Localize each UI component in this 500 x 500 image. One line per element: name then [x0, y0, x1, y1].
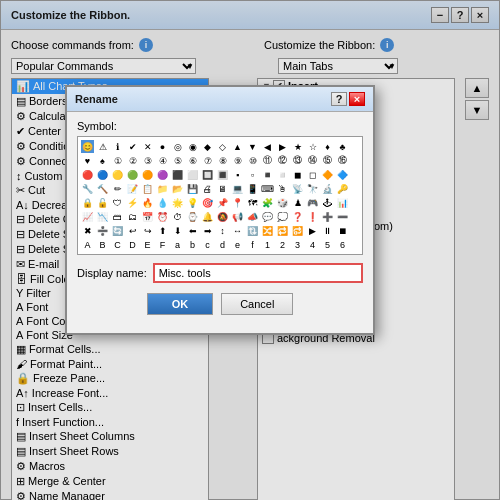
- icon-cell[interactable]: 📅: [141, 210, 154, 223]
- icon-cell[interactable]: 📢: [231, 210, 244, 223]
- rename-cancel-button[interactable]: Cancel: [221, 293, 293, 315]
- icon-cell[interactable]: ◽: [276, 168, 289, 181]
- icon-cell[interactable]: ↕: [216, 224, 229, 237]
- icon-cell[interactable]: 3: [291, 238, 304, 251]
- icon-cell[interactable]: ⑧: [216, 154, 229, 167]
- icon-cell[interactable]: 🔁: [276, 224, 289, 237]
- icon-cell[interactable]: ☆: [306, 140, 319, 153]
- icon-cell[interactable]: 📂: [171, 182, 184, 195]
- icon-cell[interactable]: ⑭: [306, 154, 319, 167]
- icon-cell[interactable]: 🔓: [96, 196, 109, 209]
- icon-cell[interactable]: 💭: [276, 210, 289, 223]
- icon-cell[interactable]: ◀: [261, 140, 274, 153]
- icon-cell[interactable]: ♦: [321, 140, 334, 153]
- icon-cell[interactable]: 🔳: [216, 168, 229, 181]
- icon-cell[interactable]: ↔: [231, 224, 244, 237]
- icon-cell[interactable]: ✕: [141, 140, 154, 153]
- icon-cell[interactable]: D: [126, 238, 139, 251]
- icon-cell[interactable]: ⏰: [156, 210, 169, 223]
- icon-cell[interactable]: 🔔: [201, 210, 214, 223]
- icon-cell[interactable]: 🔄: [111, 224, 124, 237]
- icon-cell[interactable]: 🧩: [261, 196, 274, 209]
- icon-cell[interactable]: ♣: [336, 140, 349, 153]
- icon-cell[interactable]: 🎮: [306, 196, 319, 209]
- icon-cell[interactable]: 🔲: [201, 168, 214, 181]
- icon-cell[interactable]: 🖨: [201, 182, 214, 195]
- icon-cell[interactable]: ◎: [171, 140, 184, 153]
- icon-cell[interactable]: 📉: [96, 210, 109, 223]
- icon-cell[interactable]: 🔕: [216, 210, 229, 223]
- icon-cell[interactable]: ⑯: [336, 154, 349, 167]
- icon-cell[interactable]: ⬜: [186, 168, 199, 181]
- icon-cell[interactable]: ➗: [96, 224, 109, 237]
- icon-cell[interactable]: ⑩: [246, 154, 259, 167]
- icon-cell[interactable]: 🗺: [246, 196, 259, 209]
- icon-cell[interactable]: E: [141, 238, 154, 251]
- icon-cell[interactable]: 🔥: [141, 196, 154, 209]
- rename-ok-button[interactable]: OK: [147, 293, 214, 315]
- icon-cell[interactable]: 🟢: [126, 168, 139, 181]
- icon-cell[interactable]: ★: [291, 140, 304, 153]
- icon-cell[interactable]: 🌟: [171, 196, 184, 209]
- icon-cell[interactable]: ✏: [111, 182, 124, 195]
- icon-cell[interactable]: A: [81, 238, 94, 251]
- icon-cell[interactable]: 🔃: [246, 224, 259, 237]
- icon-cell[interactable]: 5: [321, 238, 334, 251]
- icon-cell[interactable]: 📱: [246, 182, 259, 195]
- icon-cell[interactable]: 😊: [81, 140, 94, 153]
- icon-cell[interactable]: ▶: [306, 224, 319, 237]
- icon-cell[interactable]: ⌚: [186, 210, 199, 223]
- icon-cell[interactable]: ⬆: [156, 224, 169, 237]
- icon-cell[interactable]: ➡: [201, 224, 214, 237]
- icon-cell[interactable]: C: [111, 238, 124, 251]
- icon-cell[interactable]: F: [156, 238, 169, 251]
- icon-cell[interactable]: 🔂: [291, 224, 304, 237]
- icon-cell[interactable]: ◻: [306, 168, 319, 181]
- icon-cell[interactable]: 📌: [216, 196, 229, 209]
- icon-cell[interactable]: 📋: [141, 182, 154, 195]
- icon-cell[interactable]: 📈: [81, 210, 94, 223]
- display-name-input[interactable]: [153, 263, 363, 283]
- icon-cell[interactable]: ♠: [96, 154, 109, 167]
- icon-cell[interactable]: 1: [261, 238, 274, 251]
- icon-cell[interactable]: 💬: [261, 210, 274, 223]
- icon-cell[interactable]: 💻: [231, 182, 244, 195]
- icon-cell[interactable]: ▪: [231, 168, 244, 181]
- icon-cell[interactable]: ②: [126, 154, 139, 167]
- icon-cell[interactable]: 📍: [231, 196, 244, 209]
- icon-cell[interactable]: ⑮: [321, 154, 334, 167]
- icon-cell[interactable]: ▼: [246, 140, 259, 153]
- icon-cell[interactable]: ℹ: [111, 140, 124, 153]
- icon-cell[interactable]: ⑪: [261, 154, 274, 167]
- icon-cell[interactable]: ✖: [81, 224, 94, 237]
- icon-cell[interactable]: 🗃: [111, 210, 124, 223]
- icon-cell[interactable]: 6: [336, 238, 349, 251]
- icon-cell[interactable]: ⬛: [171, 168, 184, 181]
- icon-cell[interactable]: 💾: [186, 182, 199, 195]
- icon-cell[interactable]: ⬇: [171, 224, 184, 237]
- icon-cell[interactable]: ◇: [216, 140, 229, 153]
- icon-cell[interactable]: ①: [111, 154, 124, 167]
- icon-cell[interactable]: c: [201, 238, 214, 251]
- icon-cell[interactable]: f: [246, 238, 259, 251]
- icon-cell[interactable]: d: [216, 238, 229, 251]
- icon-cell[interactable]: ⑫: [276, 154, 289, 167]
- icon-cell[interactable]: ↩: [126, 224, 139, 237]
- icon-cell[interactable]: 🟣: [156, 168, 169, 181]
- icon-cell[interactable]: ③: [141, 154, 154, 167]
- icon-cell[interactable]: ④: [156, 154, 169, 167]
- icon-cell[interactable]: 🔶: [321, 168, 334, 181]
- icon-cell[interactable]: 🎯: [201, 196, 214, 209]
- icon-cell[interactable]: 🟡: [111, 168, 124, 181]
- icon-cell[interactable]: 📣: [246, 210, 259, 223]
- icon-cell[interactable]: ❓: [291, 210, 304, 223]
- icon-cell[interactable]: ●: [156, 140, 169, 153]
- icon-cell[interactable]: a: [171, 238, 184, 251]
- icon-cell[interactable]: 🖥: [216, 182, 229, 195]
- icon-cell[interactable]: ◼: [291, 168, 304, 181]
- icon-cell[interactable]: 💧: [156, 196, 169, 209]
- icon-cell[interactable]: 🖱: [276, 182, 289, 195]
- icon-cell[interactable]: 2: [276, 238, 289, 251]
- icon-cell[interactable]: ▶: [276, 140, 289, 153]
- rename-close-button[interactable]: ×: [349, 92, 365, 106]
